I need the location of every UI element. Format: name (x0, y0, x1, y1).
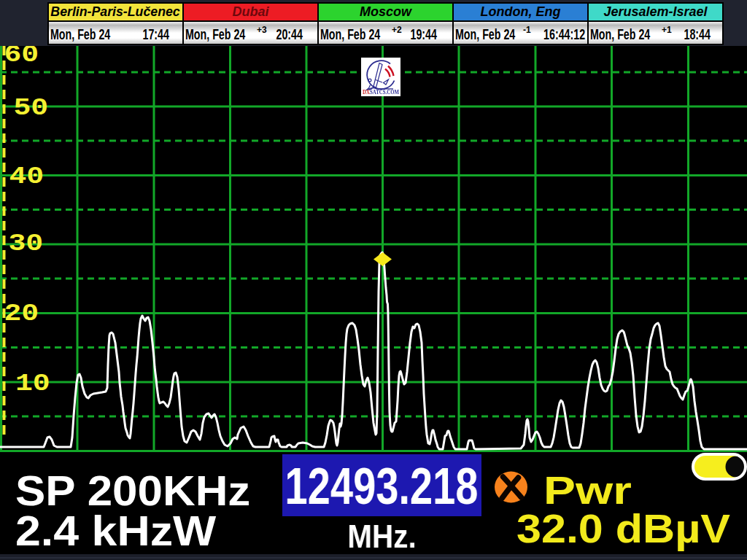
svg-text:30: 30 (9, 230, 44, 258)
svg-text:40: 40 (9, 163, 44, 191)
svg-text:10: 10 (15, 370, 50, 398)
svg-text:DXSATCS.COM: DXSATCS.COM (363, 89, 399, 96)
svg-text:20: 20 (4, 300, 39, 328)
svg-text:50: 50 (14, 94, 49, 122)
